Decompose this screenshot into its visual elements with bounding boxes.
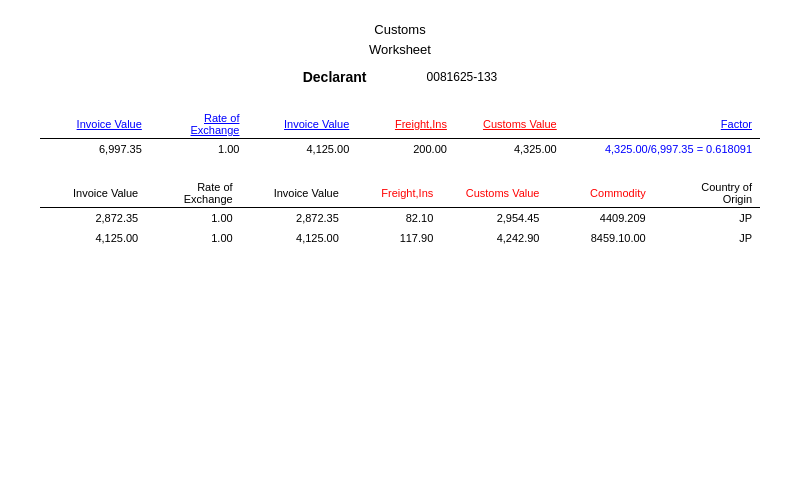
title-section: Customs Worksheet [40, 20, 760, 59]
detail-header-country: Country ofOrigin [654, 179, 760, 207]
summary-freight: 200.00 [357, 139, 455, 160]
detail-table: Invoice Value Rate ofExchange Invoice Va… [40, 179, 760, 248]
detail-header-commodity: Commodity [548, 179, 654, 207]
detail-row1-customs: 2,954.45 [441, 208, 547, 229]
declarant-value: 0081625-133 [427, 70, 498, 84]
declarant-label: Declarant [303, 69, 367, 85]
detail-row: 4,125.00 1.00 4,125.00 117.90 4,242.90 8… [40, 228, 760, 248]
summary-header-customs: Customs Value [455, 110, 565, 139]
summary-invoice: 6,997.35 [40, 139, 150, 160]
summary-header-invoice: Invoice Value [40, 110, 150, 139]
detail-row1-invoice: 2,872.35 [40, 208, 146, 229]
summary-row: 6,997.35 1.00 4,125.00 200.00 4,325.00 4… [40, 139, 760, 160]
detail-row2-rate: 1.00 [146, 228, 240, 248]
detail-row2-invoice2: 4,125.00 [241, 228, 347, 248]
summary-header-rate: Rate ofExchange [150, 110, 248, 139]
summary-invoice2: 4,125.00 [247, 139, 357, 160]
detail-header-freight: Freight,Ins [347, 179, 441, 207]
detail-row2-country: JP [654, 228, 760, 248]
summary-rate: 1.00 [150, 139, 248, 160]
summary-header-invoice2: Invoice Value [247, 110, 357, 139]
detail-row1-invoice2: 2,872.35 [241, 208, 347, 229]
page: Customs Worksheet Declarant 0081625-133 … [0, 0, 800, 500]
summary-header-factor: Factor [565, 110, 760, 139]
detail-row1-country: JP [654, 208, 760, 229]
declarant-row: Declarant 0081625-133 [40, 69, 760, 85]
summary-header-freight: Freight,Ins [357, 110, 455, 139]
detail-row2-invoice: 4,125.00 [40, 228, 146, 248]
detail-row2-customs: 4,242.90 [441, 228, 547, 248]
detail-header-rate: Rate ofExchange [146, 179, 240, 207]
detail-row1-freight: 82.10 [347, 208, 441, 229]
summary-table: Invoice Value Rate ofExchange Invoice Va… [40, 110, 760, 159]
detail-header-invoice2: Invoice Value [241, 179, 347, 207]
page-title: Customs Worksheet [40, 20, 760, 59]
detail-row2-freight: 117.90 [347, 228, 441, 248]
detail-row: 2,872.35 1.00 2,872.35 82.10 2,954.45 44… [40, 208, 760, 229]
detail-header-invoice: Invoice Value [40, 179, 146, 207]
detail-header-customs: Customs Value [441, 179, 547, 207]
summary-customs: 4,325.00 [455, 139, 565, 160]
detail-row2-commodity: 8459.10.00 [548, 228, 654, 248]
detail-row1-rate: 1.00 [146, 208, 240, 229]
summary-factor: 4,325.00/6,997.35 = 0.618091 [565, 139, 760, 160]
detail-row1-commodity: 4409.209 [548, 208, 654, 229]
